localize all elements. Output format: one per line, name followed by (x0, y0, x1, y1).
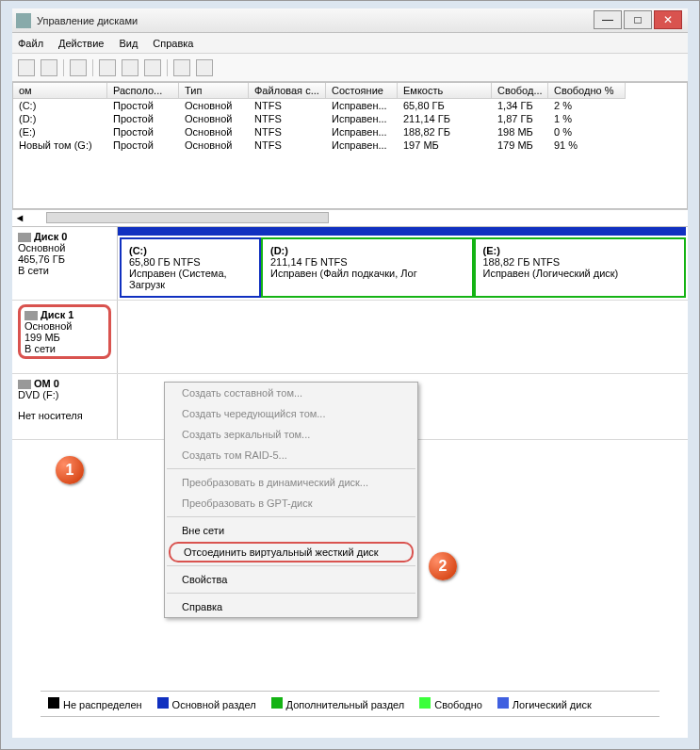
dvd-icon (18, 380, 31, 389)
dvd-name: OM 0 (34, 378, 59, 389)
horizontal-scrollbar[interactable]: ◄ (12, 209, 688, 224)
cell: Простой (107, 99, 179, 112)
menu-create-mirrored: Создать зеркальный том... (165, 424, 417, 445)
view-icon[interactable] (70, 59, 87, 76)
disk-row-1[interactable]: Диск 1 Основной 199 МБ В сети (12, 301, 688, 374)
col-freepct[interactable]: Свободно % (548, 83, 626, 99)
col-fs[interactable]: Файловая с... (249, 83, 326, 99)
menu-create-spanned: Создать составной том... (165, 383, 417, 403)
menu-convert-gpt: Преобразовать в GPT-диск (165, 493, 417, 514)
menu-view[interactable]: Вид (119, 38, 138, 49)
dvd-device: DVD (F:) (18, 389, 111, 400)
disk-icon (18, 233, 31, 242)
cell: Простой (107, 112, 179, 125)
col-capacity[interactable]: Емкость (398, 83, 492, 99)
cell: Исправен... (326, 139, 398, 152)
menu-properties[interactable]: Свойства (165, 569, 417, 590)
disk-header-bar (118, 227, 686, 236)
cell: Основной (179, 99, 249, 112)
partition-d[interactable]: (D:) 211,14 ГБ NTFS Исправен (Файл подка… (261, 237, 474, 298)
disk-row-0[interactable]: Диск 0 Основной 465,76 ГБ В сети (C:) 65… (12, 227, 688, 301)
cell: 65,80 ГБ (398, 99, 492, 112)
cell: NTFS (249, 112, 326, 125)
menu-help[interactable]: Справка (165, 596, 417, 617)
cell: 0 % (548, 125, 626, 139)
cell: Исправен... (326, 112, 398, 125)
detail-icon[interactable] (144, 59, 161, 76)
toolbar (12, 54, 688, 82)
cell: Основной (179, 125, 249, 139)
col-layout[interactable]: Располо... (107, 83, 179, 99)
app-icon (16, 13, 31, 28)
col-free[interactable]: Свобод... (492, 83, 548, 99)
cell: Новый том (G:) (13, 139, 107, 152)
table-row[interactable]: (D:)ПростойОсновнойNTFSИсправен...211,14… (13, 112, 687, 125)
disk-icon (24, 311, 38, 320)
disk-name: Диск 0 (34, 231, 67, 242)
disk-size: 199 МБ (24, 332, 105, 343)
disk-type: Основной (24, 320, 105, 332)
cell: 1 % (548, 112, 626, 125)
cell: 1,34 ГБ (492, 99, 548, 112)
legend-unallocated: Не распределен (63, 699, 142, 710)
col-status[interactable]: Состояние (326, 83, 398, 99)
settings-icon[interactable] (196, 59, 213, 76)
cell: 188,82 ГБ (398, 125, 492, 139)
cell: (D:) (13, 112, 107, 125)
cell: Исправен... (326, 99, 398, 112)
maximize-button[interactable]: □ (624, 10, 652, 29)
cell: Основной (179, 112, 249, 125)
cell: 91 % (548, 139, 626, 152)
list-icon[interactable] (122, 59, 138, 76)
menu-detach-vhd[interactable]: Отсоединить виртуальный жесткий диск (169, 542, 414, 562)
context-menu: Создать составной том... Создать чередую… (164, 382, 418, 618)
disk-name: Диск 1 (41, 309, 73, 320)
cell: Простой (107, 139, 179, 152)
refresh-icon[interactable] (173, 59, 190, 76)
cell: NTFS (249, 139, 326, 152)
menu-convert-dynamic: Преобразовать в динамический диск... (165, 472, 417, 493)
cell: Исправен... (326, 125, 398, 139)
annotation-marker-1: 1 (56, 456, 84, 484)
menu-action[interactable]: Действие (58, 38, 104, 49)
back-icon[interactable] (18, 59, 35, 76)
legend-primary: Основной раздел (172, 699, 256, 710)
disk-type: Основной (18, 242, 111, 253)
menu-file[interactable]: Файл (18, 38, 43, 49)
help-icon[interactable] (99, 59, 116, 76)
menubar: Файл Действие Вид Справка (12, 33, 688, 54)
table-row[interactable]: (C:)ПростойОсновнойNTFSИсправен...65,80 … (13, 99, 687, 112)
col-type[interactable]: Тип (179, 83, 249, 99)
partition-e[interactable]: (E:) 188,82 ГБ NTFS Исправен (Логический… (474, 237, 687, 298)
cell: 211,14 ГБ (398, 112, 492, 125)
partition-c[interactable]: (C:) 65,80 ГБ NTFS Исправен (Система, За… (120, 237, 261, 298)
menu-offline[interactable]: Вне сети (165, 520, 417, 541)
window-title: Управление дисками (37, 15, 684, 26)
menu-help[interactable]: Справка (153, 38, 193, 49)
volume-table: ом Располо... Тип Файловая с... Состояни… (12, 82, 688, 209)
legend-extended: Дополнительный раздел (286, 699, 405, 710)
titlebar: Управление дисками (12, 8, 688, 33)
cell: 2 % (548, 99, 626, 112)
close-button[interactable]: ✕ (654, 10, 682, 29)
forward-icon[interactable] (41, 59, 57, 76)
table-row[interactable]: (E:)ПростойОсновнойNTFSИсправен...188,82… (13, 125, 687, 139)
legend-logical: Логический диск (513, 699, 592, 710)
cell: NTFS (249, 125, 326, 139)
dvd-status: Нет носителя (18, 410, 111, 421)
disk-size: 465,76 ГБ (18, 253, 111, 265)
cell: 1,87 ГБ (492, 112, 548, 125)
cell: 198 МБ (492, 125, 548, 139)
cell: 197 МБ (398, 139, 492, 152)
cell: (C:) (13, 99, 107, 112)
legend-free: Свободно (434, 699, 482, 710)
legend: Не распределен Основной раздел Дополните… (41, 691, 659, 717)
cell: 179 МБ (492, 139, 548, 152)
annotation-marker-2: 2 (429, 552, 457, 580)
menu-create-striped: Создать чередующийся том... (165, 403, 417, 424)
minimize-button[interactable]: — (594, 10, 622, 29)
col-name[interactable]: ом (13, 83, 107, 99)
cell: Простой (107, 125, 179, 139)
table-row[interactable]: Новый том (G:)ПростойОсновнойNTFSИсправе… (13, 139, 687, 152)
cell: NTFS (249, 99, 326, 112)
